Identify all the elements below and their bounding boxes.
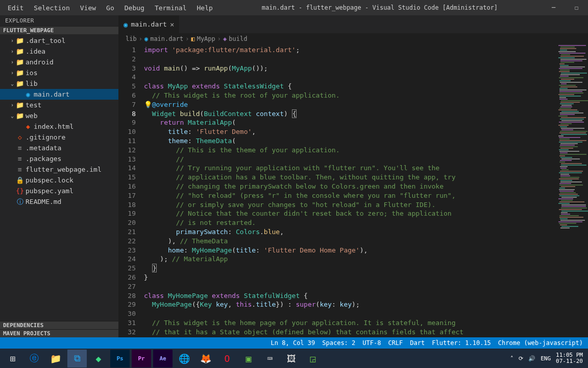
task-view-icon[interactable]: ⊞ — [3, 350, 22, 367]
tray-lang[interactable]: ENG — [541, 355, 551, 362]
code-line[interactable]: // that it has a State object (defined b… — [144, 328, 588, 337]
tab-main-dart[interactable]: ◉ main.dart × — [118, 15, 180, 33]
code-line[interactable]: // This widget is the root of your appli… — [144, 91, 588, 100]
code-line[interactable]: // — [144, 155, 588, 164]
status-eol[interactable]: CRLF — [388, 339, 403, 347]
menu-go[interactable]: Go — [102, 3, 119, 13]
menu-debug[interactable]: Debug — [120, 3, 149, 13]
premiere-icon[interactable]: Pr — [132, 350, 151, 367]
status-position[interactable]: Ln 8, Col 39 — [271, 339, 315, 347]
tree-item-pubspec-lock[interactable]: 🔒pubspec.lock — [0, 175, 118, 186]
code-line[interactable]: // This is the theme of your application… — [144, 146, 588, 155]
code-line[interactable]: // Try running your application with "fl… — [144, 164, 588, 173]
photoshop-icon[interactable]: Ps — [110, 350, 130, 367]
close-icon[interactable]: × — [170, 20, 174, 29]
code-line[interactable]: ), // ThemeData — [144, 237, 588, 246]
code-line[interactable]: // changing the primarySwatch below to C… — [144, 182, 588, 191]
menu-edit[interactable]: Edit — [3, 3, 28, 13]
crumb-file[interactable]: main.dart — [150, 35, 183, 42]
panel-maven[interactable]: MAVEN PROJECTS — [0, 329, 118, 337]
photos-icon[interactable]: 🖼 — [282, 350, 301, 367]
tree-item--metadata[interactable]: ≡.metadata — [0, 143, 118, 153]
menu-help[interactable]: Help — [192, 3, 217, 13]
code-line[interactable]: // application has a blue toolbar. Then,… — [144, 173, 588, 182]
status-flutter[interactable]: Flutter: 1.10.15 — [432, 339, 491, 347]
tree-item--idea[interactable]: ›📁.idea — [0, 46, 118, 57]
edge-icon[interactable]: ⓔ — [24, 350, 44, 367]
code-line[interactable]: primarySwatch: Colors.blue, — [144, 227, 588, 237]
maximize-button[interactable]: ☐ — [565, 0, 588, 15]
code-line[interactable]: 💡 @override — [144, 100, 588, 109]
menu-selection[interactable]: Selection — [29, 3, 74, 13]
code-line[interactable] — [144, 309, 588, 318]
line-number: 11 — [118, 136, 136, 146]
code-content[interactable]: import 'package:flutter/material.dart';v… — [144, 44, 588, 337]
app-icon[interactable]: ◲ — [303, 350, 323, 367]
menu-view[interactable]: View — [76, 3, 101, 13]
crumb-class[interactable]: MyApp — [197, 35, 215, 42]
tree-item-ios[interactable]: ›📁ios — [0, 67, 118, 78]
after-effects-icon[interactable]: Ae — [153, 350, 173, 367]
tray-volume-icon[interactable]: 🔊 — [528, 355, 535, 362]
code-line[interactable]: class MyApp extends StatelessWidget { — [144, 82, 588, 91]
menu-terminal[interactable]: Terminal — [150, 3, 191, 13]
tree-item-test[interactable]: ›📁test — [0, 100, 118, 110]
code-line[interactable]: } — [144, 273, 588, 282]
code-line[interactable]: // or simply save your changes to "hot r… — [144, 200, 588, 210]
code-line[interactable] — [144, 282, 588, 291]
vscode-icon[interactable]: ⧉ — [67, 350, 87, 367]
status-device[interactable]: Chrome (web-javascript) — [498, 339, 583, 347]
code-line[interactable]: import 'package:flutter/material.dart'; — [144, 45, 588, 55]
code-line[interactable]: // Notice that the counter didn't reset … — [144, 209, 588, 218]
code-line[interactable]: ); // MaterialApp — [144, 255, 588, 264]
minimap[interactable] — [557, 44, 588, 337]
tray-clock[interactable]: 11:05 PM 07-11-20 — [556, 352, 583, 364]
code-line[interactable]: theme: ThemeData( — [144, 136, 588, 146]
code-line[interactable]: MyHomePage({Key key, this.title}) : supe… — [144, 300, 588, 309]
tree-item-README-md[interactable]: ⓘREADME.md — [0, 196, 118, 207]
code-line[interactable]: home: MyHomePage(title: 'Flutter Demo Ho… — [144, 246, 588, 255]
breadcrumbs[interactable]: lib › ◉ main.dart › ◧ MyApp › ◈ build — [118, 33, 588, 44]
android-studio-icon[interactable]: ◆ — [89, 350, 108, 367]
tree-item-index-html[interactable]: ◆index.html — [0, 121, 118, 132]
tree-item--gitignore[interactable]: ◇.gitignore — [0, 132, 118, 143]
tray-sync-icon[interactable]: ⟳ — [519, 355, 523, 362]
panel-dependencies[interactable]: DEPENDENCIES — [0, 321, 118, 329]
chrome-icon[interactable]: 🌐 — [175, 350, 194, 367]
code-line[interactable]: void main() => runApp(MyApp()); — [144, 64, 588, 73]
opera-icon[interactable]: O — [217, 350, 237, 367]
code-line[interactable]: // is not restarted. — [144, 218, 588, 227]
tree-item--dart_tool[interactable]: ›📁.dart_tool — [0, 35, 118, 46]
tree-item-web[interactable]: ⌄📁web — [0, 110, 118, 121]
status-lang[interactable]: Dart — [410, 339, 425, 347]
code-line[interactable] — [144, 55, 588, 64]
project-header[interactable]: FLUTTER_WEBPAGE — [0, 26, 118, 34]
code-line[interactable] — [144, 73, 588, 82]
status-spaces[interactable]: Spaces: 2 — [322, 339, 355, 347]
code-line[interactable]: Widget build(BuildContext context) { — [144, 109, 588, 119]
camtasia-icon[interactable]: ▣ — [239, 350, 258, 367]
code-editor[interactable]: 1234567891011121314151617181920212223242… — [118, 44, 588, 337]
minimize-button[interactable]: ─ — [542, 0, 565, 15]
crumb-method[interactable]: build — [229, 35, 247, 42]
tree-item-main-dart[interactable]: ◉main.dart — [0, 89, 118, 100]
tree-item--packages[interactable]: ≡.packages — [0, 153, 118, 164]
dart-icon: ◉ — [23, 90, 33, 98]
code-line[interactable]: // This widget is the home page of your … — [144, 318, 588, 328]
crumb-lib[interactable]: lib — [126, 35, 137, 42]
code-line[interactable]: // "hot reload" (press "r" in the consol… — [144, 191, 588, 200]
firefox-icon[interactable]: 🦊 — [196, 350, 215, 367]
file-explorer-icon[interactable]: 📁 — [46, 350, 65, 367]
code-line[interactable]: return MaterialApp( — [144, 118, 588, 127]
tree-item-android[interactable]: ›📁android — [0, 57, 118, 67]
code-line[interactable]: } — [144, 264, 588, 273]
code-line[interactable]: title: 'Flutter Demo', — [144, 127, 588, 136]
folder-icon: 📁 — [15, 69, 24, 77]
tree-item-flutter_webpage-iml[interactable]: ≡flutter_webpage.iml — [0, 164, 118, 175]
tree-item-pubspec-yaml[interactable]: {}pubspec.yaml — [0, 186, 118, 196]
code-line[interactable]: class MyHomePage extends StatefulWidget … — [144, 291, 588, 301]
status-encoding[interactable]: UTF-8 — [362, 339, 381, 347]
terminal-icon[interactable]: ⌨ — [260, 350, 280, 367]
tray-chevron-icon[interactable]: ˄ — [510, 355, 513, 362]
tree-item-lib[interactable]: ⌄📁lib — [0, 78, 118, 89]
